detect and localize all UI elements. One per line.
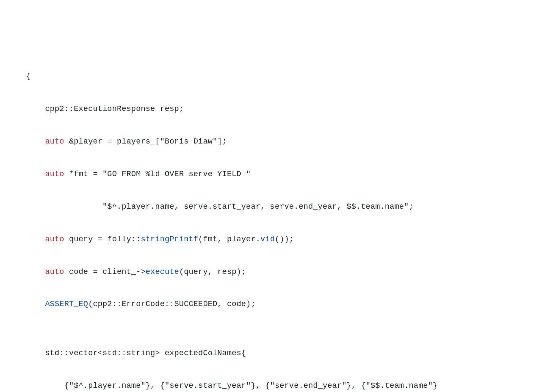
code-line: { xyxy=(7,69,546,85)
code-token: "Boris Diaw" xyxy=(160,137,218,146)
code-token: stringPrintf xyxy=(141,235,198,244)
code-token: std::vector<std::string> expectedColName… xyxy=(45,349,246,358)
code-token: (fmt, player. xyxy=(198,235,260,244)
code-line: auto query = folly::stringPrintf(fmt, pl… xyxy=(7,232,546,248)
code-token: { xyxy=(64,381,69,390)
code-line: ASSERT_EQ(cpp2::ErrorCode::SUCCEEDED, co… xyxy=(7,296,546,312)
code-token: auto xyxy=(45,137,64,146)
code-token: }, { xyxy=(251,381,270,390)
code-token: auto xyxy=(45,235,64,244)
code-token: "serve.end_year" xyxy=(270,381,347,390)
code-line: auto *fmt = "GO FROM %ld OVER serve YIEL… xyxy=(7,166,546,182)
code-token: ]; xyxy=(217,137,227,146)
code-token: "serve.start_year" xyxy=(165,381,251,390)
code-token: }, { xyxy=(146,381,165,390)
code-token: } xyxy=(433,381,437,390)
code-token: { xyxy=(26,72,30,81)
code-token: auto xyxy=(45,268,64,276)
code-token: code = client_-> xyxy=(64,268,146,276)
code-token: ASSERT_EQ xyxy=(45,300,88,309)
code-token: (cpp2::ErrorCode::SUCCEEDED, code); xyxy=(88,300,256,309)
code-token: }, { xyxy=(347,381,366,390)
code-token: execute xyxy=(146,268,179,276)
code-line: {"$^.player.name"}, {"serve.start_year"}… xyxy=(7,378,546,392)
code-token: &player = players_[ xyxy=(64,137,160,146)
code-line: auto &player = players_["Boris Diaw"]; xyxy=(7,134,546,150)
code-token: ()); xyxy=(275,235,294,244)
code-token: *fmt = xyxy=(64,170,102,179)
code-token: "$^.player.name" xyxy=(69,381,146,390)
code-token: auto xyxy=(45,170,64,179)
code-line: cpp2::ExecutionResponse resp; xyxy=(7,101,546,117)
code-line: "$^.player.name, serve.start_year, serve… xyxy=(7,199,546,215)
code-token: "$^.player.name, serve.start_year, serve… xyxy=(102,202,409,211)
code-token: vid xyxy=(260,235,275,244)
code-token: cpp2::ExecutionResponse resp; xyxy=(45,105,184,113)
code-token: query = folly:: xyxy=(64,235,141,244)
code-block: { cpp2::ExecutionResponse resp; auto &pl… xyxy=(7,69,546,392)
code-token: "$$.team.name" xyxy=(366,381,433,390)
code-token: ; xyxy=(409,202,413,211)
code-line: std::vector<std::string> expectedColName… xyxy=(7,345,546,362)
code-line: auto code = client_->execute(query, resp… xyxy=(7,264,546,280)
code-token: (query, resp); xyxy=(179,268,246,276)
code-token: "GO FROM %ld OVER serve YIELD " xyxy=(102,170,251,179)
